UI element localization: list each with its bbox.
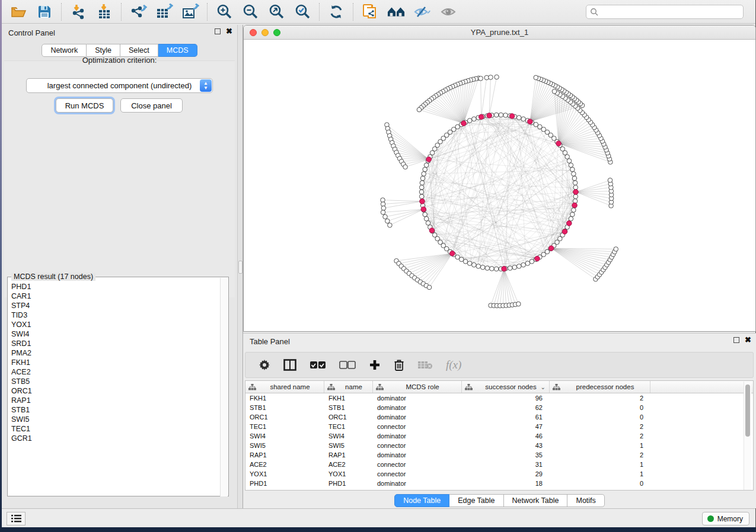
table-cell: connector <box>373 442 462 449</box>
zoom-fit-button[interactable] <box>267 4 285 20</box>
zoom-selected-button[interactable] <box>294 4 311 20</box>
result-node-item[interactable]: PHD1 <box>11 282 32 291</box>
result-node-item[interactable]: ORC1 <box>11 386 32 396</box>
export-network-button[interactable] <box>129 4 147 20</box>
result-node-item[interactable]: SWI4 <box>11 329 32 339</box>
table-tab-edge-table[interactable]: Edge Table <box>449 494 503 507</box>
close-table-panel-icon[interactable]: ✖ <box>745 337 751 343</box>
tab-select[interactable]: Select <box>120 44 158 57</box>
table-row[interactable]: RAP1RAP1dominator352 <box>245 450 753 460</box>
export-table-button[interactable] <box>155 4 173 20</box>
column-header-shared-name[interactable]: shared name <box>245 381 324 393</box>
table-cell: RAP1 <box>324 451 373 459</box>
splitter-handle[interactable] <box>238 261 243 274</box>
show-all-button[interactable] <box>439 4 457 20</box>
float-table-panel-icon[interactable] <box>733 337 739 343</box>
table-row[interactable]: ORC1ORC1dominator610 <box>245 412 753 422</box>
table-row[interactable]: PHD1PHD1dominator180 <box>245 479 753 488</box>
float-panel-icon[interactable] <box>215 28 221 34</box>
search-input[interactable] <box>586 5 744 19</box>
table-cell: TEC1 <box>324 423 373 430</box>
zoom-in-button[interactable] <box>215 4 233 20</box>
result-node-item[interactable]: TEC1 <box>11 424 32 434</box>
import-table-button[interactable] <box>95 4 113 20</box>
result-node-item[interactable]: YOX1 <box>11 320 32 329</box>
gear-icon <box>259 359 270 371</box>
vertical-splitter[interactable] <box>237 25 243 508</box>
export-image-button[interactable] <box>181 4 199 20</box>
result-node-item[interactable]: SWI5 <box>11 415 32 424</box>
apply-layout-button[interactable] <box>327 4 345 20</box>
table-panel: Table Panel ✖ <box>243 333 756 508</box>
table-cell: PHD1 <box>324 480 373 487</box>
result-node-item[interactable]: TID3 <box>11 310 32 320</box>
network-graph-canvas[interactable] <box>244 40 756 332</box>
columns-icon <box>283 359 296 371</box>
delete-column-button[interactable] <box>394 359 404 371</box>
close-panel-icon[interactable]: ✖ <box>226 28 232 34</box>
column-header-MCDS-role[interactable]: MCDS role <box>373 381 462 393</box>
result-node-item[interactable]: ACE2 <box>11 367 32 377</box>
result-node-item[interactable]: PMA2 <box>11 348 32 358</box>
column-header-successor-nodes[interactable]: successor nodes⌄ <box>462 381 550 393</box>
table-scrollbar[interactable] <box>744 382 751 490</box>
run-mcds-button[interactable]: Run MCDS <box>56 98 113 113</box>
import-network-button[interactable] <box>69 4 87 20</box>
result-scrollbar[interactable] <box>220 278 228 496</box>
table-scrollbar-thumb[interactable] <box>745 384 750 437</box>
save-session-button[interactable] <box>36 4 53 20</box>
table-row[interactable]: SWI4SWI4dominator462 <box>245 431 753 441</box>
table-cell: STB1 <box>324 404 373 411</box>
trash-icon <box>394 359 404 371</box>
result-node-item[interactable]: STB1 <box>11 405 32 415</box>
table-tab-motifs[interactable]: Motifs <box>567 494 604 507</box>
column-header-name[interactable]: name <box>324 381 373 393</box>
mcds-tab-content <box>4 60 235 297</box>
table-row[interactable]: STB1STB1dominator620 <box>245 403 753 412</box>
tab-network[interactable]: Network <box>42 44 87 57</box>
close-panel-button[interactable]: Close panel <box>120 98 183 113</box>
table-toolbar: f(x) <box>245 352 754 378</box>
hide-selected-button[interactable] <box>413 4 431 20</box>
column-header-predecessor-nodes[interactable]: predecessor nodes <box>550 381 650 393</box>
save-floppy-icon <box>37 5 52 19</box>
criterion-select[interactable]: largest connected component (undirected)… <box>26 78 213 93</box>
result-node-item[interactable]: FKH1 <box>11 358 32 367</box>
open-file-button[interactable] <box>9 4 27 20</box>
table-cell: 46 <box>462 432 550 440</box>
result-node-item[interactable]: GCR1 <box>11 434 32 443</box>
result-node-item[interactable]: STB5 <box>11 377 32 386</box>
table-cell: ORC1 <box>245 414 324 421</box>
checked-checkboxes-icon <box>310 361 326 369</box>
result-node-item[interactable]: CAR1 <box>11 291 32 301</box>
refresh-icon <box>328 4 344 20</box>
show-panels-button[interactable] <box>7 512 25 525</box>
select-all-button[interactable] <box>310 361 326 369</box>
column-layout-button[interactable] <box>283 359 296 371</box>
memory-button[interactable]: Memory <box>702 512 749 525</box>
add-column-button[interactable] <box>369 359 381 371</box>
table-cell: 1 <box>550 461 650 468</box>
table-tab-network-table[interactable]: Network Table <box>504 494 568 507</box>
tab-style[interactable]: Style <box>87 44 120 57</box>
table-row[interactable]: SWI5SWI5connector431 <box>245 441 753 450</box>
result-node-item[interactable]: RAP1 <box>11 396 32 405</box>
table-row[interactable]: YOX1YOX1connector291 <box>245 469 753 479</box>
deselect-all-button[interactable] <box>339 361 356 369</box>
result-node-item[interactable]: STP4 <box>11 301 32 310</box>
settings-gear-button[interactable] <box>259 359 270 371</box>
table-row[interactable]: FKH1FKH1dominator962 <box>245 393 753 403</box>
result-node-item[interactable]: SRD1 <box>11 339 32 348</box>
table-tab-node-table[interactable]: Node Table <box>394 494 449 507</box>
table-row[interactable]: TEC1TEC1connector472 <box>245 422 753 431</box>
zoom-out-button[interactable] <box>241 4 259 20</box>
first-neighbors-button[interactable] <box>387 4 405 20</box>
run-mcds-label: Run MCDS <box>65 101 104 110</box>
tab-mcds[interactable]: MCDS <box>158 44 197 57</box>
control-panel: Control Panel ✖ NetworkStyleSelectMCDS O… <box>2 25 237 508</box>
network-window-titlebar[interactable]: YPA_prune.txt_1 <box>244 25 755 40</box>
mcds-result-list[interactable]: PHD1CAR1STP4TID3YOX1SWI4SRD1PMA2FKH1ACE2… <box>11 282 32 443</box>
table-row[interactable]: ACE2ACE2connector311 <box>245 460 753 469</box>
attribute-icon <box>553 384 560 390</box>
clone-network-button[interactable] <box>361 4 379 20</box>
